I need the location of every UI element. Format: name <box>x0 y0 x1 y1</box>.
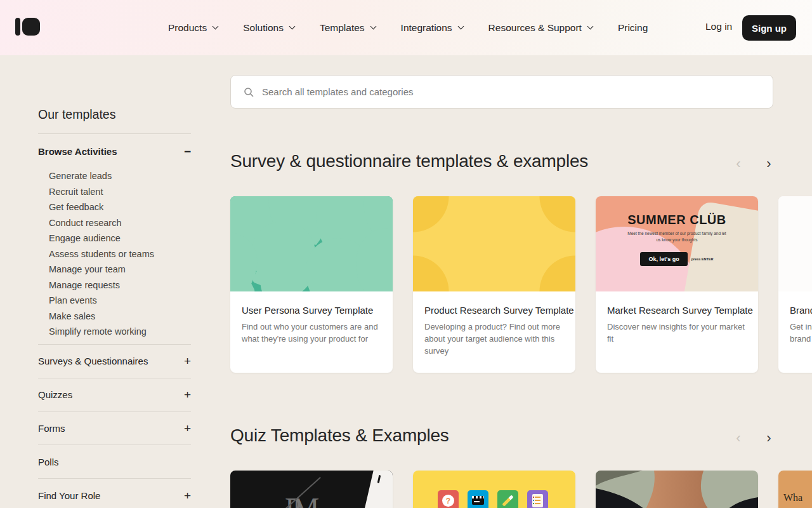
question-mark-icon: ? <box>442 495 454 507</box>
divider <box>38 478 191 479</box>
ok-lets-go-button: Ok, let's go <box>640 252 687 266</box>
sidebar-section-label: Quizzes <box>38 389 72 400</box>
quiz-card-icon-tiles[interactable]: ? <box>413 471 575 508</box>
sidebar-item-make-sales[interactable]: Make sales <box>38 309 191 324</box>
nav-item-products[interactable]: Products <box>168 22 218 34</box>
head-silhouettes-illustration <box>230 196 393 291</box>
card-preview-tan: Wha <box>778 471 812 508</box>
sidebar-item-assess-students-or-teams[interactable]: Assess students or teams <box>38 246 191 262</box>
card-preview-summer-club: SUMMER CLÜB Meet the newest member of ou… <box>596 196 758 291</box>
sidebar-item-engage-audience[interactable]: Engage audience <box>38 231 191 246</box>
sidebar-section-surveys-questionnaires[interactable]: Surveys & Questionnaires + <box>38 356 191 366</box>
nav-item-resources-support[interactable]: Resources & Support <box>488 22 593 34</box>
survey-cards-row: User Persona Survey Template Find out wh… <box>230 196 812 373</box>
nav-item-solutions[interactable]: Solutions <box>243 22 294 34</box>
sidebar-section-label: Surveys & Questionnaires <box>38 356 148 366</box>
nav-item-label: Pricing <box>618 22 648 34</box>
search-input[interactable] <box>262 86 760 97</box>
plus-icon[interactable]: + <box>184 357 191 366</box>
quiz-card-monogram[interactable]: PM <box>230 471 393 508</box>
question-tile: ? <box>438 490 459 508</box>
card-body: Product Research Survey Template Develop… <box>413 291 575 358</box>
logo-bar-shape <box>15 18 20 36</box>
sidebar-section-browse-activities[interactable]: Browse Activities − <box>38 146 191 157</box>
nav-item-pricing[interactable]: Pricing <box>618 22 648 34</box>
card-body: User Persona Survey Template Find out wh… <box>230 291 393 345</box>
sidebar-title: Our templates <box>38 107 115 122</box>
carousel-next-icon[interactable]: › <box>759 154 779 174</box>
sidebar-item-manage-requests[interactable]: Manage requests <box>38 277 191 293</box>
browse-activities-list: Generate leads Recruit talent Get feedba… <box>38 168 191 340</box>
sidebar-section-polls[interactable]: Polls <box>38 457 191 467</box>
signup-button[interactable]: Sign up <box>742 15 796 41</box>
portrait-illustration <box>596 471 758 508</box>
card-preview-dark-monogram: PM <box>230 471 393 508</box>
summer-club-content: SUMMER CLÜB Meet the newest member of ou… <box>596 213 758 266</box>
sidebar-item-get-feedback[interactable]: Get feedback <box>38 199 191 215</box>
chevron-down-icon <box>213 23 219 30</box>
card-description: Developing a product? Find out more abou… <box>424 321 564 358</box>
plus-icon[interactable]: + <box>184 491 191 500</box>
sidebar-item-conduct-research[interactable]: Conduct research <box>38 215 191 231</box>
movie-tile <box>468 490 488 508</box>
sidebar-item-manage-your-team[interactable]: Manage your team <box>38 262 191 277</box>
sidebar-item-plan-events[interactable]: Plan events <box>38 293 191 309</box>
quiz-card-portrait[interactable] <box>596 471 758 508</box>
plus-icon[interactable]: + <box>184 424 191 433</box>
divider <box>38 411 191 412</box>
nav-item-integrations[interactable]: Integrations <box>401 22 463 34</box>
quiz-card-tan-serif[interactable]: Wha <box>778 471 812 508</box>
press-enter-hint: press ENTER <box>691 257 714 261</box>
card-title: Market Research Survey Template <box>607 305 747 316</box>
quiz-cards-row: PM ? <box>230 471 812 508</box>
card-description: Find out who your customers are and what… <box>242 321 381 345</box>
template-card-market-research[interactable]: SUMMER CLÜB Meet the newest member of ou… <box>596 196 758 373</box>
drawing-tile <box>497 490 518 508</box>
card-preview-icon-tiles: ? <box>413 471 575 508</box>
sidebar-section-quizzes[interactable]: Quizzes + <box>38 389 191 400</box>
nav-item-label: Solutions <box>243 22 284 34</box>
card-body: Market Research Survey Template Discover… <box>596 291 758 345</box>
top-navigation-bar: Products Solutions Templates Integration… <box>0 0 812 55</box>
nav-item-label: Products <box>168 22 207 34</box>
divider <box>38 444 191 445</box>
search-bar <box>230 75 773 109</box>
search-icon <box>244 87 254 97</box>
carousel-prev-icon[interactable]: ‹ <box>728 428 749 448</box>
typeform-logo[interactable] <box>15 18 40 36</box>
white-corner-shape <box>344 471 393 508</box>
carousel-prev-icon[interactable]: ‹ <box>728 154 749 174</box>
sidebar-section-find-your-role[interactable]: Find Your Role + <box>38 490 191 501</box>
card-body: Branding Questionnaire Get insights to h… <box>778 291 812 345</box>
card-title: Product Research Survey Template <box>424 305 564 316</box>
sidebar-section-forms[interactable]: Forms + <box>38 423 191 434</box>
nav-item-label: Integrations <box>401 22 452 34</box>
nav-item-templates[interactable]: Templates <box>320 22 376 34</box>
survey-section-heading: Survey & questionnaire templates & examp… <box>230 151 588 171</box>
chevron-down-icon <box>587 23 593 30</box>
card-preview-yellow-diamond <box>413 196 575 291</box>
templates-sidebar: Our templates Browse Activities − Genera… <box>38 107 191 508</box>
nav-item-label: Resources & Support <box>488 22 582 34</box>
summer-club-title: SUMMER CLÜB <box>596 213 758 227</box>
card-preview-light <box>778 196 812 291</box>
divider <box>38 378 191 378</box>
plus-icon[interactable]: + <box>184 391 191 399</box>
card-preview-head-pattern <box>230 196 393 291</box>
sidebar-item-simplify-remote-working[interactable]: Simplify remote working <box>38 324 191 340</box>
serif-question-text: Wha <box>783 492 802 504</box>
sidebar-item-recruit-talent[interactable]: Recruit talent <box>38 184 191 200</box>
login-link[interactable]: Log in <box>705 21 732 32</box>
template-card-branding[interactable]: Branding Questionnaire Get insights to h… <box>778 196 812 373</box>
summer-club-cta: Ok, let's go press ENTER <box>596 252 758 266</box>
sidebar-item-generate-leads[interactable]: Generate leads <box>38 168 191 184</box>
paintbrush-icon <box>502 495 513 506</box>
carousel-next-icon[interactable]: › <box>759 428 779 448</box>
card-title: Branding Questionnaire <box>790 305 812 316</box>
minus-icon[interactable]: − <box>184 147 191 156</box>
card-preview-portrait-photo <box>596 471 758 508</box>
divider <box>38 344 191 345</box>
template-card-product-research[interactable]: Product Research Survey Template Develop… <box>413 196 575 373</box>
template-card-user-persona[interactable]: User Persona Survey Template Find out wh… <box>230 196 393 373</box>
checklist-icon <box>532 494 543 507</box>
